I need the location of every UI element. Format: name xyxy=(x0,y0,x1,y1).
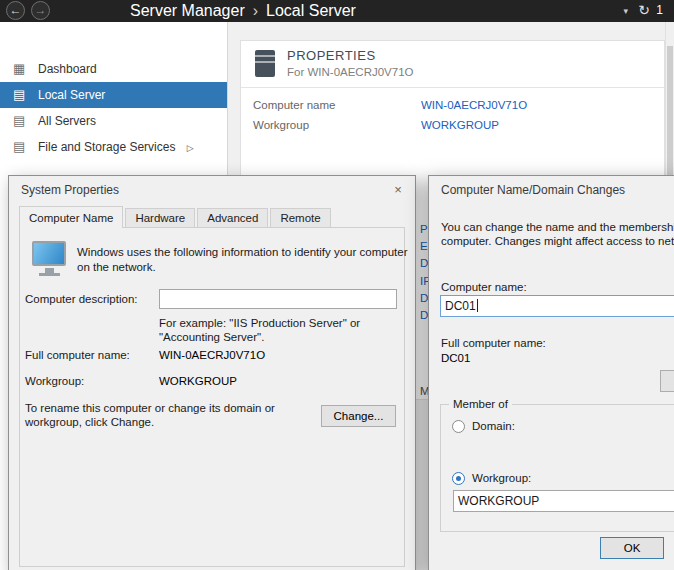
workgroup-radio-label[interactable]: Workgroup: xyxy=(472,472,531,484)
member-of-groupbox: Member of Domain: Workgroup: WORKGROUP xyxy=(440,404,674,532)
member-of-label: Member of xyxy=(449,398,512,410)
domain-radio[interactable] xyxy=(452,420,465,433)
sidebar-item-label: File and Storage Services xyxy=(38,140,175,154)
breadcrumb-root[interactable]: Server Manager xyxy=(130,2,245,19)
example-line: "Accounting Server". xyxy=(159,331,360,345)
workgroup-label: Workgroup: xyxy=(25,375,84,387)
computer-name-input-value: DC01 xyxy=(445,299,476,313)
full-computer-name-value: WIN-0AECRJ0V71O xyxy=(159,349,265,361)
intro-line: on the network. xyxy=(77,260,407,275)
forward-button[interactable]: → xyxy=(31,1,50,20)
sidebar-item-label: Dashboard xyxy=(38,62,97,76)
title-bar: ← → Server Manager›Local Server ▾ ↻ 1 xyxy=(0,0,674,22)
refresh-icon[interactable]: ↻ xyxy=(638,2,650,18)
breadcrumb: Server Manager›Local Server xyxy=(130,0,356,22)
text-cursor xyxy=(477,299,478,312)
computer-name-input[interactable]: DC01 xyxy=(440,295,674,317)
back-button[interactable]: ← xyxy=(6,1,25,20)
intro-line: You can change the name and the membersh… xyxy=(441,220,674,234)
workgroup-value: WORKGROUP xyxy=(159,375,237,387)
sidebar-item-dashboard[interactable]: ▦ Dashboard xyxy=(0,56,227,82)
server-manager-window: ← → Server Manager›Local Server ▾ ↻ 1 ▦ … xyxy=(0,0,674,570)
example-line: For example: "IIS Production Server" or xyxy=(159,317,360,331)
computer-name-link[interactable]: WIN-0AECRJ0V71O xyxy=(421,99,527,111)
properties-subheading: For WIN-0AECRJ0V71O xyxy=(287,66,414,78)
dashboard-icon: ▦ xyxy=(13,56,31,82)
computer-description-input[interactable] xyxy=(159,289,397,309)
computer-name-tab-panel: Windows uses the following information t… xyxy=(19,227,405,567)
notification-count-badge: 1 xyxy=(656,3,663,17)
breadcrumb-current[interactable]: Local Server xyxy=(266,2,356,19)
server-icon: ▤ xyxy=(13,134,31,160)
monitor-icon xyxy=(39,273,60,276)
domain-radio-label[interactable]: Domain: xyxy=(472,420,515,432)
workgroup-input[interactable]: WORKGROUP xyxy=(453,490,674,512)
change-button[interactable]: Change... xyxy=(321,405,396,427)
sidebar-item-file-storage-services[interactable]: ▤ File and Storage Services ▷ xyxy=(0,134,227,160)
property-label: Computer name xyxy=(253,99,335,111)
close-icon[interactable]: × xyxy=(388,181,408,199)
back-arrow-icon: ← xyxy=(10,3,22,17)
tab-computer-name[interactable]: Computer Name xyxy=(19,206,123,228)
full-computer-name-label: Full computer name: xyxy=(25,349,130,361)
server-icon: ▤ xyxy=(13,108,31,134)
property-label: Workgroup xyxy=(253,119,309,131)
intro-text: Windows uses the following information t… xyxy=(77,245,407,274)
rename-hint-text: To rename this computer or change its do… xyxy=(25,401,275,429)
hint-line: To rename this computer or change its do… xyxy=(25,401,275,415)
workgroup-radio[interactable] xyxy=(452,472,465,485)
sidebar-item-label: Local Server xyxy=(38,88,105,102)
tab-remote[interactable]: Remote xyxy=(270,208,330,227)
sidebar-item-local-server[interactable]: ▤ Local Server xyxy=(0,82,227,108)
full-computer-name-label: Full computer name: xyxy=(441,337,546,349)
scrollbar-thumb[interactable] xyxy=(667,46,673,184)
hint-line: workgroup, click Change. xyxy=(25,415,275,429)
tab-strip: Computer Name Hardware Advanced Remote xyxy=(19,205,333,228)
computer-description-label: Computer description: xyxy=(25,293,138,305)
name-domain-changes-dialog: Computer Name/Domain Changes You can cha… xyxy=(428,175,674,570)
caret-down-icon[interactable]: ▾ xyxy=(623,6,628,16)
computer-name-label: Computer name: xyxy=(441,281,527,293)
divider xyxy=(241,87,664,88)
properties-heading: PROPERTIES xyxy=(287,48,376,63)
forward-arrow-icon: → xyxy=(35,3,47,17)
dialog-title: Computer Name/Domain Changes xyxy=(441,183,625,197)
system-properties-dialog: System Properties × Computer Name Hardwa… xyxy=(8,175,416,570)
ok-button[interactable]: OK xyxy=(600,537,664,559)
workgroup-link[interactable]: WORKGROUP xyxy=(421,119,499,131)
dialog-title: System Properties xyxy=(21,183,119,197)
example-text: For example: "IIS Production Server" or … xyxy=(159,317,360,344)
server-icon: ▤ xyxy=(13,82,31,108)
tab-hardware[interactable]: Hardware xyxy=(125,208,195,227)
intro-line: Windows uses the following information t… xyxy=(77,245,407,260)
tab-advanced[interactable]: Advanced xyxy=(197,208,268,227)
breadcrumb-separator-icon: › xyxy=(253,2,258,19)
monitor-icon xyxy=(32,241,66,266)
intro-line: computer. Changes might affect access to… xyxy=(441,234,674,248)
sidebar-item-label: All Servers xyxy=(38,114,96,128)
chevron-right-icon[interactable]: ▷ xyxy=(187,143,194,153)
sidebar-item-all-servers[interactable]: ▤ All Servers xyxy=(0,108,227,134)
full-computer-name-value: DC01 xyxy=(441,352,470,364)
server-tile-icon xyxy=(255,50,275,77)
more-button[interactable] xyxy=(660,370,674,392)
intro-text: You can change the name and the membersh… xyxy=(441,220,674,248)
